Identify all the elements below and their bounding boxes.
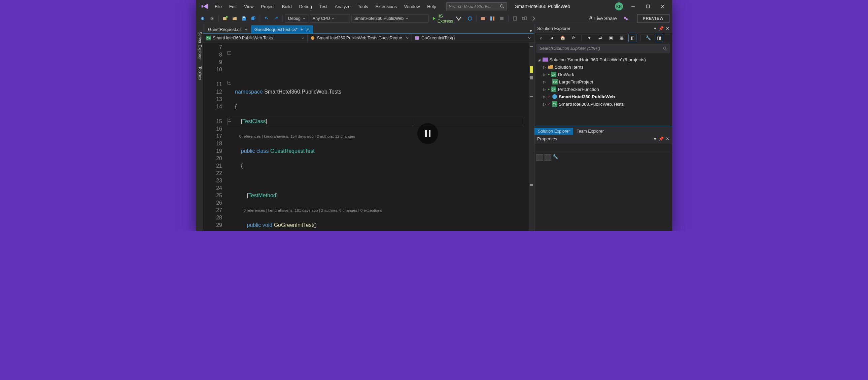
open-file-button[interactable]: [230, 14, 239, 23]
server-explorer-tab[interactable]: Server Explorer: [196, 28, 203, 63]
back-button[interactable]: ◄: [548, 34, 556, 42]
refresh-button[interactable]: [466, 14, 474, 23]
save-button[interactable]: [240, 14, 248, 23]
refresh-button[interactable]: ⟳: [569, 34, 578, 42]
menu-edit[interactable]: Edit: [226, 2, 240, 11]
liveshare-button[interactable]: Live Share: [584, 16, 620, 21]
share-icon: [588, 16, 592, 21]
properties-toolbar: 🔧: [534, 152, 672, 163]
config-dropdown[interactable]: Debug: [285, 14, 308, 23]
toolbar-icon-3[interactable]: [498, 14, 506, 23]
filter-button[interactable]: ▼: [585, 34, 593, 42]
toolbox-tab[interactable]: Toolbox: [196, 63, 203, 84]
preview-selected-button[interactable]: ◧: [628, 34, 637, 42]
svg-rect-26: [415, 36, 419, 40]
tree-item-solution-items[interactable]: ▷ Solution Items: [534, 63, 672, 71]
view-code-button[interactable]: ◨: [655, 34, 663, 42]
solution-search-input[interactable]: Search Solution Explorer (Ctrl+;): [536, 44, 670, 53]
pause-overlay-icon[interactable]: [417, 123, 438, 144]
solution-root[interactable]: ◢ Solution 'SmartHotel360.PublicWeb' (5 …: [534, 56, 672, 63]
main-menu: File Edit View Project Build Debug Test …: [211, 2, 439, 11]
tab-guestrequest[interactable]: GuestRequest.cs: [205, 25, 251, 33]
toolbar-icon-1[interactable]: [479, 14, 487, 23]
more-files-dropdown[interactable]: ▾: [528, 28, 534, 33]
document-tabs: GuestRequest.cs GuestRequestTest.cs* ▾: [203, 24, 534, 34]
menu-debug[interactable]: Debug: [296, 2, 315, 11]
csproj-icon: C#: [552, 101, 557, 107]
toolbar-icon-4[interactable]: [511, 14, 519, 23]
close-button[interactable]: [655, 1, 670, 12]
menu-window[interactable]: Window: [401, 2, 423, 11]
search-placeholder: Search Visual Studio...: [448, 4, 493, 9]
toolbar-icon-6[interactable]: [530, 14, 538, 23]
search-icon: [663, 46, 667, 51]
tree-item-dowork[interactable]: ▷●C# DoWork: [534, 71, 672, 78]
pin-icon[interactable]: [300, 28, 304, 31]
categorized-button[interactable]: [536, 154, 543, 161]
close-icon[interactable]: [306, 28, 310, 31]
tree-item-publicweb[interactable]: ▷✓ SmartHotel360.PublicWeb: [534, 93, 672, 100]
panel-dropdown-icon[interactable]: ▾: [654, 26, 656, 31]
scroll-map[interactable]: [529, 42, 534, 231]
toolbar-icon-5[interactable]: [520, 14, 528, 23]
alphabetical-button[interactable]: [545, 154, 551, 161]
undo-button[interactable]: [262, 14, 271, 23]
code-content[interactable]: namespace SmartHotel360.PublicWeb.Tests …: [227, 42, 529, 231]
search-input[interactable]: Search Visual Studio...: [446, 2, 507, 10]
nav-member-dropdown[interactable]: GoGreenInitTest(): [412, 34, 534, 42]
csproj-icon: C#: [551, 72, 556, 77]
menu-build[interactable]: Build: [279, 2, 295, 11]
pin-icon[interactable]: 📌: [658, 26, 664, 31]
close-icon[interactable]: ✕: [666, 26, 670, 31]
close-icon[interactable]: ✕: [666, 136, 670, 141]
tree-item-tests[interactable]: ▷✓C# SmartHotel360.PublicWeb.Tests: [534, 100, 672, 108]
csproj-icon: C#: [206, 36, 211, 40]
platform-dropdown[interactable]: Any CPU: [310, 14, 350, 23]
chevron-down-icon: [303, 17, 305, 20]
new-project-button[interactable]: [221, 14, 229, 23]
save-all-button[interactable]: [249, 14, 257, 23]
panel-dropdown-icon[interactable]: ▾: [654, 136, 656, 141]
nav-class-dropdown[interactable]: SmartHotel360.PublicWeb.Tests.GuestReque: [308, 34, 412, 42]
sync-button[interactable]: ⇄: [596, 34, 604, 42]
menu-analyze[interactable]: Analyze: [332, 2, 354, 11]
svg-point-27: [664, 47, 666, 50]
menu-test[interactable]: Test: [316, 2, 331, 11]
solution-tree: ◢ Solution 'SmartHotel360.PublicWeb' (5 …: [534, 54, 672, 126]
pin-icon[interactable]: 📌: [658, 136, 664, 141]
menu-extensions[interactable]: Extensions: [372, 2, 400, 11]
nav-back-button[interactable]: [198, 14, 207, 23]
startup-dropdown[interactable]: SmartHotel360.PublicWeb: [351, 14, 429, 23]
tree-item-petchecker[interactable]: ▷●C# PetCheckerFunction: [534, 86, 672, 93]
code-editor[interactable]: 7891011121314151617181920212223242526272…: [203, 42, 534, 231]
collapse-button[interactable]: ▣: [607, 34, 615, 42]
menu-help[interactable]: Help: [424, 2, 439, 11]
wrench-icon[interactable]: 🔧: [553, 154, 559, 161]
tree-item-largetest[interactable]: ▷C# LargeTestProject: [534, 78, 672, 86]
svg-point-36: [552, 94, 557, 99]
toolbar-icon-2[interactable]: [488, 14, 496, 23]
redo-button[interactable]: [272, 14, 280, 23]
run-button[interactable]: IIS Express: [430, 14, 464, 23]
maximize-button[interactable]: [641, 1, 655, 12]
nav-project-dropdown[interactable]: C# SmartHotel360.PublicWeb.Tests: [203, 34, 308, 42]
nav-forward-button[interactable]: [208, 14, 216, 23]
pin-icon[interactable]: [244, 28, 248, 31]
btab-team-explorer[interactable]: Team Explorer: [573, 128, 607, 135]
home-button[interactable]: ⌂: [537, 34, 545, 42]
svg-text:C#: C#: [207, 37, 211, 40]
user-avatar[interactable]: KH: [615, 2, 623, 10]
menu-tools[interactable]: Tools: [354, 2, 371, 11]
feedback-button[interactable]: [622, 14, 630, 23]
solution-icon: [542, 57, 548, 62]
properties-button[interactable]: 🔧: [644, 34, 652, 42]
right-panel: Solution Explorer ▾ 📌 ✕ ⌂ ◄ 🏠 ⟳ ▼ ⇄ ▣ ▦ …: [534, 24, 672, 231]
tab-guestrequesttest[interactable]: GuestRequestTest.cs*: [251, 25, 313, 33]
home-button2[interactable]: 🏠: [559, 34, 567, 42]
menu-view[interactable]: View: [241, 2, 257, 11]
show-all-button[interactable]: ▦: [618, 34, 626, 42]
minimize-button[interactable]: [626, 1, 641, 12]
btab-solution-explorer[interactable]: Solution Explorer: [534, 128, 573, 135]
menu-file[interactable]: File: [211, 2, 225, 11]
menu-project[interactable]: Project: [257, 2, 278, 11]
